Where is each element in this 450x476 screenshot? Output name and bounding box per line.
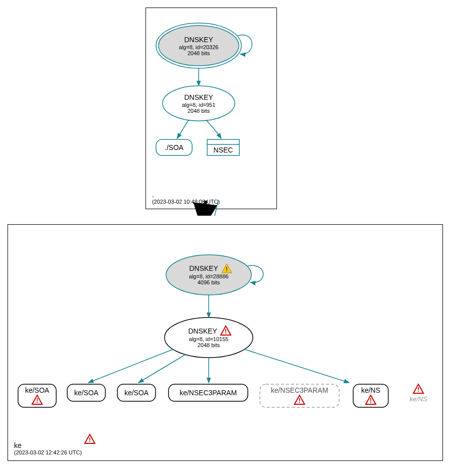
warning-red-icon: ! (413, 384, 423, 393)
root-zsk-line2: 2048 bits (188, 108, 210, 114)
ke-soa2-label: ke/SOA (74, 389, 99, 397)
svg-text:!: ! (417, 386, 419, 393)
ke-nsec3param-node-1[interactable]: ke/NSEC3PARAM (169, 384, 248, 401)
root-ksk-title: DNSKEY (184, 36, 213, 44)
svg-text:!: ! (89, 436, 91, 443)
zone-root-box: DNSKEY alg=8, id=20326 2048 bits DNSKEY … (145, 8, 277, 209)
edge-root-nsec-to-ke (213, 201, 218, 216)
ke-soa1-label: ke/SOA (25, 386, 50, 394)
root-ksk-node[interactable]: DNSKEY alg=8, id=20326 2048 bits (156, 23, 241, 68)
ke-ksk-node[interactable]: DNSKEY alg=8, id=28886 4096 bits ! (166, 255, 251, 295)
ke-zsk-node[interactable]: DNSKEY alg=8, id=10155 2048 bits ! (165, 318, 253, 358)
ke-ns-node-1[interactable]: ke/NS ! (353, 384, 388, 407)
ke-ksk-line2: 4096 bits (198, 279, 220, 285)
ke-ns-node-2[interactable]: ! ke/NS (409, 384, 427, 403)
edge-root-to-ke-heavy (203, 201, 206, 216)
ke-soa-node-1[interactable]: ke/SOA ! (18, 384, 56, 407)
root-ksk-line2: 2048 bits (188, 50, 210, 56)
ke-nsec3param-node-2[interactable]: ke/NSEC3PARAM ! (260, 384, 339, 407)
root-zsk-node[interactable]: DNSKEY alg=8, id=951 2048 bits (163, 86, 235, 121)
ke-ksk-line1: alg=8, id=28886 (189, 273, 229, 279)
zone-ke-name: ke (14, 441, 82, 449)
zone-ke-date: (2023-03-02 12:42:26 UTC) (14, 449, 82, 455)
ke-soa-node-2[interactable]: ke/SOA (67, 384, 105, 401)
ke-ns2-label: ke/NS (409, 395, 427, 403)
root-soa-node[interactable]: ./SOA (156, 139, 192, 155)
svg-text:!: ! (370, 397, 372, 404)
root-ksk-line1: alg=8, id=20326 (179, 44, 219, 50)
root-zsk-title: DNSKEY (184, 93, 213, 101)
ke-nsec3p2-label: ke/NSEC3PARAM (271, 386, 328, 394)
ke-soa3-label: ke/SOA (124, 389, 149, 397)
edge-ke-zsk-soa3 (138, 354, 186, 383)
edge-root-zsk-soa (177, 120, 189, 138)
svg-text:!: ! (225, 328, 227, 335)
edge-ke-zsk-ns1 (244, 349, 349, 383)
ke-zsk-line2: 2048 bits (198, 342, 220, 348)
zone-root-name: . (152, 191, 220, 199)
edge-ke-zsk-soa2 (88, 349, 174, 383)
zone-ke-box: DNSKEY alg=8, id=28886 4096 bits ! DNSKE… (8, 224, 443, 461)
root-nsec-label: NSEC (214, 146, 233, 154)
root-zsk-line1: alg=8, id=951 (182, 102, 216, 108)
ke-zsk-title: DNSKEY (188, 327, 217, 335)
ke-zsk-line1: alg=8, id=10155 (189, 336, 229, 342)
ke-ksk-title: DNSKEY (189, 264, 218, 272)
svg-text:!: ! (298, 397, 301, 404)
ke-soa-node-3[interactable]: ke/SOA (117, 384, 156, 401)
svg-text:!: ! (36, 397, 38, 404)
warning-red-icon: ! (85, 434, 95, 443)
root-soa-label: ./SOA (165, 143, 184, 151)
svg-text:!: ! (226, 265, 228, 273)
ke-nsec3p1-label: ke/NSEC3PARAM (180, 389, 237, 397)
zone-ke-label: ke (2023-03-02 12:42:26 UTC) (14, 441, 82, 455)
ke-ns1-label: ke/NS (361, 386, 380, 394)
edge-root-zsk-nsec (206, 120, 221, 138)
root-nsec-node[interactable]: NSEC (207, 139, 239, 155)
